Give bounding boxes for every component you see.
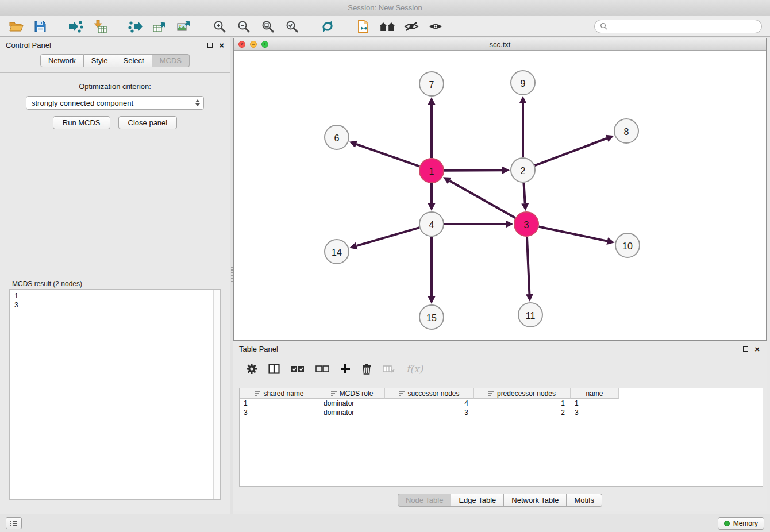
graph-edge-2-8[interactable] <box>535 138 607 166</box>
search-input[interactable] <box>610 22 756 30</box>
run-mcds-button[interactable]: Run MCDS <box>53 116 110 129</box>
save-floppy-icon <box>34 20 47 33</box>
graph-edge-4-14[interactable] <box>357 228 419 246</box>
refresh-button[interactable] <box>317 18 338 35</box>
tab-mcds[interactable]: MCDS <box>152 54 190 67</box>
mcds-tab-content: Optimization criterion: strongly connect… <box>0 72 230 129</box>
column-header-name[interactable]: name <box>571 388 619 399</box>
graph-node-label: 4 <box>429 220 434 230</box>
table-row[interactable]: 1 dominator 4 1 1 <box>240 399 763 408</box>
graph-edge-3-11[interactable] <box>527 237 529 294</box>
graph-node-label: 14 <box>332 248 342 257</box>
dropdown-selected-value: strongly connected component <box>32 99 133 107</box>
main-toolbar <box>0 16 770 37</box>
graph-edge-arrowhead <box>521 203 529 211</box>
import-network-button[interactable] <box>66 18 86 35</box>
cell-predecessor-nodes[interactable]: 2 <box>474 408 571 417</box>
graph-node-label: 8 <box>624 127 629 137</box>
status-menu-button[interactable] <box>6 517 22 529</box>
close-panel-button[interactable]: Close panel <box>118 116 178 129</box>
cell-name[interactable]: 3 <box>571 408 619 417</box>
zoom-in-button[interactable] <box>209 18 230 35</box>
result-scrollbar[interactable] <box>213 290 220 499</box>
select-all-columns-button[interactable] <box>291 364 305 373</box>
create-column-button[interactable] <box>340 364 351 374</box>
mcds-result-box: MCDS result (2 nodes) 1 3 <box>6 284 224 503</box>
network-view-window: × − + scc.txt 7968124314101511 <box>233 38 767 341</box>
table-settings-button[interactable] <box>246 363 257 375</box>
float-table-panel-icon[interactable] <box>743 346 748 352</box>
cell-predecessor-nodes[interactable]: 1 <box>474 399 571 408</box>
network-graph[interactable]: 7968124314101511 <box>234 51 766 340</box>
mcds-result-area: 1 3 <box>9 289 221 500</box>
graph-edge-arrowhead <box>349 242 357 249</box>
graph-edge-1-2[interactable] <box>444 170 502 171</box>
refresh-icon <box>320 20 335 33</box>
optimization-criterion-select[interactable]: strongly connected component <box>26 96 204 110</box>
column-type-icon <box>488 391 495 396</box>
show-columns-button[interactable] <box>268 364 280 374</box>
graph-node-label: 1 <box>429 167 434 176</box>
graph-edge-arrowhead <box>349 141 357 148</box>
optimization-criterion-label: Optimization criterion: <box>0 82 230 91</box>
save-session-button[interactable] <box>30 18 51 35</box>
graph-edge-arrowhead <box>519 96 527 103</box>
unchecked-boxes-icon <box>315 364 329 373</box>
column-header-predecessor-nodes[interactable]: predecessor nodes <box>474 388 571 399</box>
open-session-button[interactable] <box>6 18 26 35</box>
graph-node-label: 15 <box>426 313 437 323</box>
float-panel-icon[interactable] <box>207 43 213 48</box>
memory-button[interactable]: Memory <box>718 517 764 530</box>
minimize-window-button[interactable]: − <box>250 41 257 48</box>
close-panel-icon[interactable]: × <box>219 41 224 49</box>
cell-successor-nodes[interactable]: 4 <box>385 399 474 408</box>
graph-edge-3-1[interactable] <box>449 181 515 218</box>
export-table-button[interactable] <box>149 18 170 35</box>
table-row[interactable]: 3 dominator 3 2 3 <box>240 408 763 417</box>
zoom-fit-button[interactable] <box>257 18 278 35</box>
graph-edge-2-3[interactable] <box>523 183 525 203</box>
search-box[interactable] <box>594 20 762 33</box>
window-traffic-lights: × − + <box>238 41 268 48</box>
show-details-button[interactable] <box>425 18 446 35</box>
cell-mcds-role[interactable]: dominator <box>319 408 385 417</box>
hide-details-button[interactable] <box>401 18 422 35</box>
tab-edge-table[interactable]: Edge Table <box>451 494 504 507</box>
tab-network-table[interactable]: Network Table <box>504 494 567 507</box>
import-table-button[interactable] <box>90 18 110 35</box>
gear-icon <box>246 363 257 375</box>
close-table-panel-icon[interactable]: × <box>754 345 760 353</box>
zoom-out-button[interactable] <box>233 18 254 35</box>
delete-table-button <box>383 364 395 374</box>
zoom-selected-button[interactable] <box>282 18 302 35</box>
cell-shared-name[interactable]: 1 <box>240 399 319 408</box>
graph-edge-3-10[interactable] <box>539 227 607 241</box>
column-header-mcds-role[interactable]: MCDS role <box>319 388 385 399</box>
memory-status-icon <box>724 521 730 526</box>
mcds-result-title: MCDS result (2 nodes) <box>10 280 84 288</box>
export-image-button[interactable] <box>174 18 194 35</box>
cell-mcds-role[interactable]: dominator <box>319 399 385 408</box>
cell-name[interactable]: 1 <box>571 399 619 408</box>
tab-style[interactable]: Style <box>84 54 116 67</box>
share-document-button[interactable] <box>353 18 374 35</box>
home-network-button[interactable] <box>377 18 398 35</box>
cell-successor-nodes[interactable]: 3 <box>385 408 474 417</box>
zoom-window-button[interactable]: + <box>261 41 268 48</box>
column-header-successor-nodes[interactable]: successor nodes <box>385 388 474 399</box>
export-network-button[interactable] <box>125 18 146 35</box>
unselect-all-columns-button[interactable] <box>315 364 329 373</box>
tab-motifs[interactable]: Motifs <box>567 494 602 507</box>
delete-column-button[interactable] <box>361 363 372 375</box>
close-window-button[interactable]: × <box>238 41 245 48</box>
tab-network[interactable]: Network <box>40 54 84 67</box>
window-titlebar[interactable]: Session: New Session <box>0 0 770 16</box>
tab-select[interactable]: Select <box>116 54 152 67</box>
column-header-shared-name[interactable]: shared name <box>240 388 319 399</box>
graph-node-label: 10 <box>622 241 633 251</box>
tab-node-table[interactable]: Node Table <box>398 494 452 507</box>
cell-shared-name[interactable]: 3 <box>240 408 319 417</box>
graph-edge-1-6[interactable] <box>356 144 419 167</box>
network-canvas[interactable]: 7968124314101511 <box>234 51 766 340</box>
network-window-titlebar[interactable]: × − + scc.txt <box>234 38 766 51</box>
